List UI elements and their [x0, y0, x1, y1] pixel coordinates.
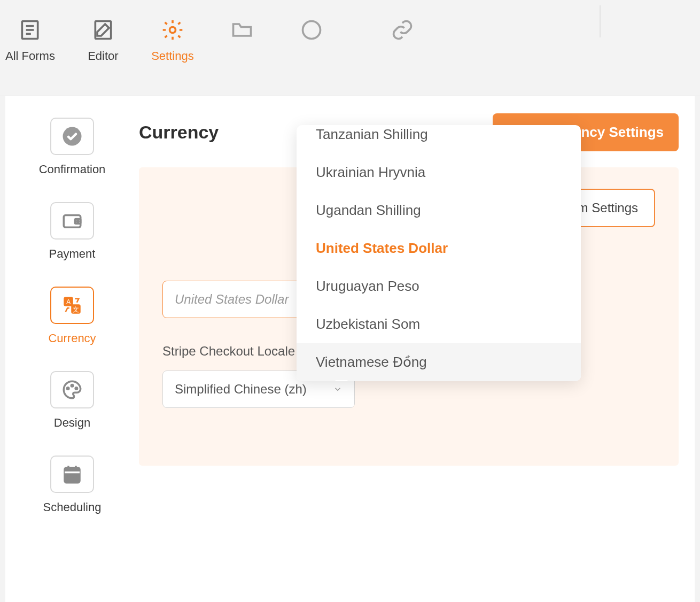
nav-label: Settings — [151, 49, 194, 63]
settings-sidebar: Confirmation Payment A文 Currency Design … — [5, 96, 139, 602]
topbar-divider — [600, 5, 601, 37]
link-icon — [391, 18, 414, 42]
dropdown-option[interactable]: Ugandan Shilling — [297, 191, 581, 229]
nav-label: All Forms — [5, 49, 55, 63]
locale-select-value: Simplified Chinese (zh) — [175, 382, 307, 397]
svg-point-17 — [75, 388, 77, 390]
svg-point-25 — [68, 478, 71, 480]
svg-point-10 — [77, 220, 79, 222]
gear-icon — [161, 18, 184, 42]
svg-point-24 — [74, 475, 76, 477]
wallet-icon — [50, 202, 94, 240]
sidebar-label: Scheduling — [43, 500, 102, 514]
circle-icon — [300, 18, 323, 42]
svg-point-27 — [74, 478, 76, 480]
sidebar-item-design[interactable]: Design — [50, 371, 94, 430]
pencil-doc-icon — [91, 18, 115, 42]
nav-settings[interactable]: Settings — [151, 16, 194, 63]
translate-icon: A文 — [50, 287, 94, 324]
content-area: Currency Save Currency Settings Custom S… — [139, 96, 695, 602]
sidebar-label: Confirmation — [39, 163, 106, 176]
sidebar-label: Currency — [48, 331, 96, 345]
page-body: Confirmation Payment A文 Currency Design … — [5, 96, 695, 602]
chevron-down-icon — [333, 384, 343, 394]
svg-point-15 — [67, 388, 69, 390]
svg-point-16 — [71, 384, 73, 387]
list-icon — [18, 18, 42, 42]
dropdown-option[interactable]: Uzbekistani Som — [297, 305, 581, 343]
nav-item-5[interactable] — [290, 16, 333, 49]
topbar: All Forms Editor Settings — [0, 0, 700, 96]
svg-point-5 — [169, 27, 175, 33]
svg-point-22 — [68, 475, 71, 477]
sidebar-label: Design — [54, 416, 90, 430]
sidebar-item-currency[interactable]: A文 Currency — [48, 287, 96, 345]
calendar-icon — [50, 456, 94, 493]
nav-item-4[interactable] — [221, 16, 263, 49]
folder-icon — [230, 18, 254, 42]
currency-dropdown-list: Tanzanian Shilling Ukrainian Hryvnia Uga… — [297, 125, 581, 381]
currency-dropdown[interactable]: Tanzanian Shilling Ukrainian Hryvnia Uga… — [297, 125, 581, 381]
svg-text:文: 文 — [73, 306, 79, 313]
svg-text:A: A — [66, 298, 71, 306]
page-title: Currency — [139, 122, 219, 143]
svg-point-26 — [71, 478, 73, 480]
dropdown-option[interactable]: Tanzanian Shilling — [297, 125, 581, 153]
dropdown-option[interactable]: Uruguayan Peso — [297, 267, 581, 305]
nav-item-6[interactable] — [381, 16, 424, 49]
nav-label: Editor — [88, 49, 118, 63]
sidebar-item-scheduling[interactable]: Scheduling — [43, 456, 102, 514]
svg-point-23 — [71, 475, 73, 477]
dropdown-option-hover[interactable]: Vietnamese Đồng — [297, 343, 581, 381]
sidebar-label: Payment — [49, 247, 96, 261]
palette-icon — [50, 371, 94, 408]
nav-all-forms[interactable]: All Forms — [5, 16, 55, 63]
dropdown-option-selected[interactable]: United States Dollar — [297, 229, 581, 267]
dropdown-option[interactable]: Ukrainian Hryvnia — [297, 153, 581, 191]
currency-select-value: United States Dollar — [175, 292, 289, 307]
sidebar-item-confirmation[interactable]: Confirmation — [39, 118, 106, 176]
nav-editor[interactable]: Editor — [82, 16, 125, 63]
check-circle-icon — [50, 118, 94, 155]
sidebar-item-payment[interactable]: Payment — [49, 202, 96, 261]
svg-point-6 — [302, 21, 320, 39]
